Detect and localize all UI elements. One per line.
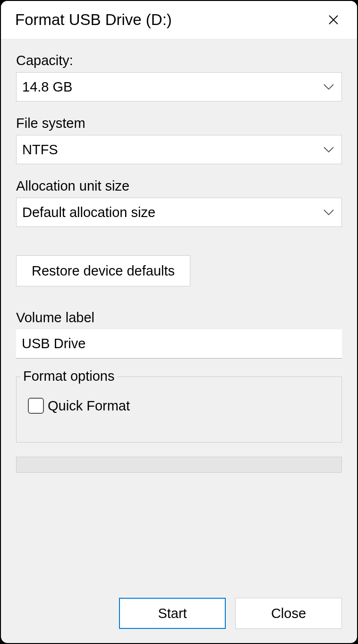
format-options-fieldset: Format options Quick Format bbox=[16, 376, 342, 443]
allocation-group: Allocation unit size Default allocation … bbox=[16, 178, 342, 227]
capacity-value: 14.8 GB bbox=[16, 72, 342, 101]
filesystem-label: File system bbox=[16, 116, 342, 131]
dialog-content: Capacity: 14.8 GB File system NTFS Alloc… bbox=[1, 39, 357, 643]
close-button[interactable]: Close bbox=[235, 598, 342, 629]
start-button[interactable]: Start bbox=[119, 598, 226, 629]
format-options-legend: Format options bbox=[20, 368, 117, 384]
close-icon[interactable] bbox=[324, 10, 343, 29]
progress-bar bbox=[16, 457, 342, 473]
capacity-group: Capacity: 14.8 GB bbox=[16, 53, 342, 101]
capacity-select[interactable]: 14.8 GB bbox=[16, 72, 342, 101]
quick-format-label: Quick Format bbox=[48, 398, 130, 414]
titlebar: Format USB Drive (D:) bbox=[1, 1, 357, 39]
window-title: Format USB Drive (D:) bbox=[15, 11, 172, 29]
format-dialog: Format USB Drive (D:) Capacity: 14.8 GB … bbox=[0, 0, 358, 644]
filesystem-group: File system NTFS bbox=[16, 116, 342, 164]
button-row: Start Close bbox=[16, 579, 342, 629]
volume-label: Volume label bbox=[16, 310, 342, 326]
quick-format-row: Quick Format bbox=[28, 398, 332, 414]
volume-group: Volume label bbox=[16, 310, 342, 359]
restore-defaults-button[interactable]: Restore device defaults bbox=[16, 255, 190, 286]
capacity-label: Capacity: bbox=[16, 53, 342, 68]
filesystem-value: NTFS bbox=[16, 135, 342, 164]
quick-format-checkbox[interactable] bbox=[28, 398, 44, 414]
allocation-value: Default allocation size bbox=[16, 198, 342, 227]
volume-label-input[interactable] bbox=[16, 329, 342, 359]
allocation-label: Allocation unit size bbox=[16, 178, 342, 194]
filesystem-select[interactable]: NTFS bbox=[16, 135, 342, 164]
allocation-select[interactable]: Default allocation size bbox=[16, 198, 342, 227]
